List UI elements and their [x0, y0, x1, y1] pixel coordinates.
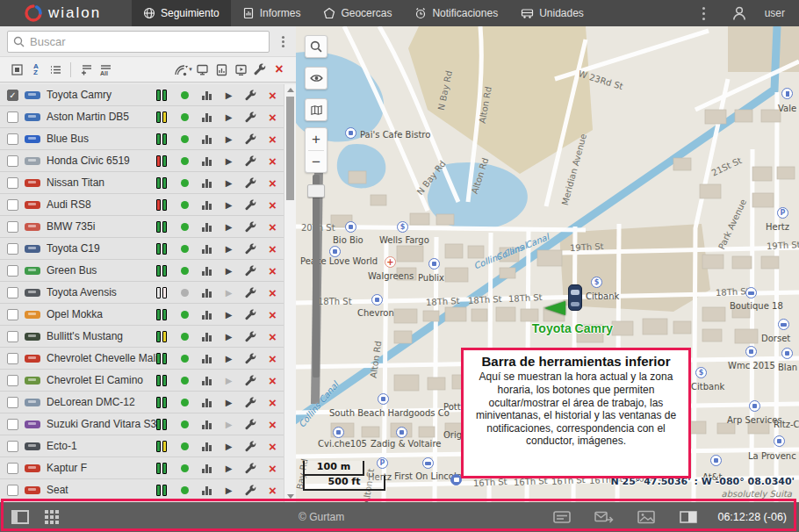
quick-report-icon[interactable]	[196, 376, 218, 385]
tab-unidades[interactable]: Unidades	[509, 0, 595, 26]
quick-track-icon[interactable]: ▶	[218, 464, 240, 473]
quick-track-icon[interactable]: ▶	[218, 332, 240, 341]
quick-track-icon[interactable]: ▶	[218, 485, 240, 495]
unit-checkbox[interactable]	[7, 331, 18, 342]
unit-checkbox[interactable]: ✓	[7, 90, 18, 101]
quick-track-icon[interactable]: ▶	[218, 222, 240, 232]
unit-checkbox[interactable]	[7, 221, 18, 233]
unit-checkbox[interactable]	[7, 309, 18, 320]
remove-unit-x-icon[interactable]: ×	[262, 264, 284, 277]
remove-unit-x-icon[interactable]: ×	[262, 484, 284, 497]
unit-checkbox[interactable]	[7, 133, 18, 145]
unit-row[interactable]: Suzuki Grand Vitara S34 ▶ ×	[0, 413, 284, 435]
unit-checkbox[interactable]	[7, 177, 18, 189]
unit-checkbox[interactable]	[7, 441, 18, 452]
unit-marker[interactable]	[568, 284, 582, 311]
quick-track-icon[interactable]: ▶	[218, 90, 240, 100]
unit-row[interactable]: Audi RS8 ▶ ×	[0, 194, 284, 216]
unit-checkbox[interactable]	[7, 463, 18, 474]
remove-unit-x-icon[interactable]: ×	[262, 133, 284, 146]
search-input[interactable]	[30, 35, 263, 48]
quick-report-icon[interactable]	[196, 354, 218, 363]
list-all-icon[interactable]: All	[96, 60, 115, 79]
user-name[interactable]: user	[765, 7, 785, 19]
zoom-out-button[interactable]: −	[306, 151, 327, 173]
unit-checkbox[interactable]	[7, 243, 18, 255]
scroll-down-icon[interactable]	[287, 494, 294, 499]
unit-properties-wrench-icon[interactable]	[240, 441, 262, 452]
unit-checkbox[interactable]	[7, 287, 18, 298]
workspace-toggle-icon[interactable]	[9, 507, 32, 528]
unit-row[interactable]: Nissan Titan ▶ ×	[0, 172, 284, 194]
unit-list-scrollbar[interactable]	[284, 84, 296, 502]
tab-seguimiento[interactable]: Seguimiento	[132, 0, 231, 26]
map-search-button[interactable]	[305, 35, 328, 58]
quick-report-icon[interactable]	[196, 178, 218, 188]
remove-unit-x-icon[interactable]: ×	[262, 220, 284, 234]
remove-unit-x-icon[interactable]: ×	[262, 396, 284, 409]
report-chart-icon[interactable]	[212, 60, 231, 79]
wrench-icon[interactable]	[250, 60, 270, 79]
quick-track-icon[interactable]: ▶	[218, 112, 240, 122]
quick-report-icon[interactable]	[196, 112, 218, 122]
unit-properties-wrench-icon[interactable]	[240, 309, 262, 320]
miniwindows-grid-icon[interactable]	[40, 507, 63, 528]
quick-report-icon[interactable]	[196, 200, 218, 210]
unit-row[interactable]: Opel Mokka ▶ ×	[0, 304, 284, 326]
list-icon[interactable]	[46, 60, 65, 79]
remove-unit-x-icon[interactable]: ×	[262, 418, 284, 431]
unit-checkbox[interactable]	[7, 199, 18, 211]
scrollbar-thumb[interactable]	[286, 97, 294, 200]
quick-report-icon[interactable]	[196, 398, 218, 407]
unit-row[interactable]: Toyota C19 ▶ ×	[0, 238, 284, 260]
display-options-icon[interactable]	[7, 60, 26, 79]
unit-checkbox[interactable]	[7, 353, 18, 364]
quick-report-icon[interactable]	[196, 485, 218, 495]
unit-checkbox[interactable]	[7, 111, 18, 123]
unit-properties-wrench-icon[interactable]	[240, 177, 262, 189]
tab-notificaciones[interactable]: Notificaciones	[403, 0, 509, 26]
unit-properties-wrench-icon[interactable]	[240, 353, 262, 364]
unit-row[interactable]: Bullitt's Mustang ▶ ×	[0, 326, 284, 348]
quick-report-icon[interactable]	[196, 420, 218, 429]
unit-row[interactable]: Aston Martin DB5 ▶ ×	[0, 106, 284, 128]
quick-report-icon[interactable]	[196, 442, 218, 451]
quick-track-icon[interactable]: ▶	[218, 178, 240, 188]
unit-row[interactable]: Toyota Avensis ▶ ×	[0, 282, 284, 304]
quick-track-icon[interactable]: ▶	[218, 420, 240, 429]
quick-report-icon[interactable]	[196, 310, 218, 320]
remove-unit-x-icon[interactable]: ×	[262, 176, 284, 190]
unit-row[interactable]: Seat ▶ ×	[0, 479, 284, 501]
tab-geocercas[interactable]: Geocercas	[312, 0, 403, 26]
unit-properties-wrench-icon[interactable]	[240, 199, 262, 211]
quick-track-icon[interactable]: ▶	[218, 310, 240, 320]
media-player-icon[interactable]	[231, 60, 250, 79]
unit-properties-wrench-icon[interactable]	[240, 463, 262, 474]
unit-row[interactable]: ✓ Toyota Camry ▶ ×	[0, 84, 284, 106]
remove-unit-x-icon[interactable]: ×	[262, 155, 284, 168]
remove-unit-x-icon[interactable]: ×	[262, 462, 284, 475]
notifications-panel-icon[interactable]	[551, 507, 573, 528]
search-box[interactable]	[7, 31, 270, 53]
remove-unit-x-icon[interactable]: ×	[262, 352, 284, 365]
unit-properties-wrench-icon[interactable]	[240, 133, 262, 145]
quick-track-icon[interactable]: ▶	[218, 200, 240, 210]
zoom-slider-handle[interactable]	[307, 184, 325, 198]
unit-row[interactable]: Kaptur F ▶ ×	[0, 457, 284, 479]
unit-properties-wrench-icon[interactable]	[240, 111, 262, 123]
search-options-dots-icon[interactable]	[275, 31, 291, 53]
tab-informes[interactable]: Informes	[231, 0, 313, 26]
remove-unit-x-icon[interactable]: ×	[262, 440, 284, 453]
remove-unit-x-icon[interactable]: ×	[262, 242, 284, 255]
unit-properties-wrench-icon[interactable]	[240, 221, 262, 233]
unit-row[interactable]: Green Bus ▶ ×	[0, 260, 284, 282]
map-layers-button[interactable]	[305, 98, 328, 121]
list-add-icon[interactable]	[76, 60, 96, 79]
quick-report-icon[interactable]	[196, 266, 218, 276]
quick-report-icon[interactable]	[196, 156, 218, 166]
remove-unit-x-icon[interactable]: ×	[262, 308, 284, 321]
quick-track-icon[interactable]: ▶	[218, 288, 240, 298]
quick-report-icon[interactable]	[196, 332, 218, 341]
unit-row[interactable]: Blue Bus ▶ ×	[0, 128, 284, 150]
remove-unit-x-icon[interactable]: ×	[262, 89, 284, 102]
